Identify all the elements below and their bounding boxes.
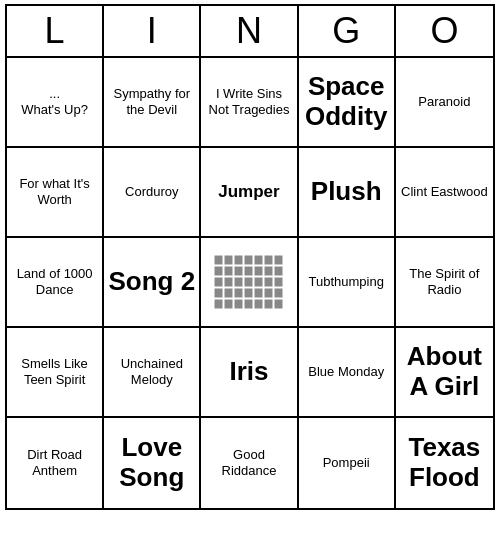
svg-rect-3 xyxy=(244,255,253,265)
header-letter-g: G xyxy=(299,6,396,56)
cell-text-4: Paranoid xyxy=(418,94,470,110)
header-letter-n: N xyxy=(201,6,298,56)
bingo-cell-6: Corduroy xyxy=(104,148,201,238)
bingo-cell-20: Dirt Road Anthem xyxy=(7,418,104,508)
cell-text-10: Land of 1000 Dance xyxy=(11,266,98,297)
svg-rect-14 xyxy=(214,277,223,287)
bingo-cell-4: Paranoid xyxy=(396,58,493,148)
bingo-cell-15: Smells Like Teen Spirit xyxy=(7,328,104,418)
bingo-cell-0: ...What's Up? xyxy=(7,58,104,148)
cell-text-15: Smells Like Teen Spirit xyxy=(11,356,98,387)
header-letter-o: O xyxy=(396,6,493,56)
svg-rect-16 xyxy=(234,277,243,287)
bingo-grid: ...What's Up?Sympathy for the DevilI Wri… xyxy=(5,56,495,510)
svg-rect-2 xyxy=(234,255,243,265)
bingo-cell-11: Song 2 xyxy=(104,238,201,328)
bingo-cell-18: Blue Monday xyxy=(299,328,396,418)
header-letter-i: I xyxy=(104,6,201,56)
svg-rect-26 xyxy=(264,288,273,298)
bingo-header: LINGO xyxy=(5,4,495,56)
cell-text-2: I Write Sins Not Tragedies xyxy=(205,86,292,117)
cell-text-13: Tubthumping xyxy=(308,274,383,290)
free-space-image xyxy=(214,255,284,310)
svg-rect-18 xyxy=(254,277,263,287)
cell-text-6: Corduroy xyxy=(125,184,178,200)
svg-rect-6 xyxy=(274,255,283,265)
cell-text-24: Texas Flood xyxy=(400,433,489,493)
bingo-cell-21: Love Song xyxy=(104,418,201,508)
bingo-cell-14: The Spirit of Radio xyxy=(396,238,493,328)
cell-text-11: Song 2 xyxy=(108,267,195,297)
cell-text-23: Pompeii xyxy=(323,455,370,471)
bingo-cell-1: Sympathy for the Devil xyxy=(104,58,201,148)
svg-rect-30 xyxy=(234,299,243,309)
svg-rect-25 xyxy=(254,288,263,298)
bingo-cell-19: About A Girl xyxy=(396,328,493,418)
svg-rect-9 xyxy=(234,266,243,276)
svg-rect-1 xyxy=(224,255,233,265)
svg-rect-31 xyxy=(244,299,253,309)
cell-text-14: The Spirit of Radio xyxy=(400,266,489,297)
cell-text-21: Love Song xyxy=(108,433,195,493)
svg-rect-19 xyxy=(264,277,273,287)
cell-text-3: Space Oddity xyxy=(303,72,390,132)
svg-rect-7 xyxy=(214,266,223,276)
cell-text-5: For what It's Worth xyxy=(11,176,98,207)
svg-rect-29 xyxy=(224,299,233,309)
bingo-cell-5: For what It's Worth xyxy=(7,148,104,238)
svg-rect-34 xyxy=(274,299,283,309)
bingo-cell-2: I Write Sins Not Tragedies xyxy=(201,58,298,148)
cell-text-7: Jumper xyxy=(218,182,279,202)
svg-rect-20 xyxy=(274,277,283,287)
svg-rect-0 xyxy=(214,255,223,265)
svg-rect-22 xyxy=(224,288,233,298)
svg-rect-8 xyxy=(224,266,233,276)
bingo-card: LINGO ...What's Up?Sympathy for the Devi… xyxy=(5,4,495,510)
svg-rect-4 xyxy=(254,255,263,265)
svg-rect-15 xyxy=(224,277,233,287)
svg-rect-13 xyxy=(274,266,283,276)
header-letter-l: L xyxy=(7,6,104,56)
bingo-cell-10: Land of 1000 Dance xyxy=(7,238,104,328)
svg-rect-21 xyxy=(214,288,223,298)
svg-rect-32 xyxy=(254,299,263,309)
svg-rect-12 xyxy=(264,266,273,276)
bingo-cell-3: Space Oddity xyxy=(299,58,396,148)
svg-rect-28 xyxy=(214,299,223,309)
svg-rect-23 xyxy=(234,288,243,298)
bingo-cell-17: Iris xyxy=(201,328,298,418)
svg-rect-33 xyxy=(264,299,273,309)
svg-rect-24 xyxy=(244,288,253,298)
cell-text-9: Clint Eastwood xyxy=(401,184,488,200)
cell-text-0: ...What's Up? xyxy=(21,86,88,117)
bingo-cell-22: Good Riddance xyxy=(201,418,298,508)
bingo-cell-7: Jumper xyxy=(201,148,298,238)
bingo-cell-8: Plush xyxy=(299,148,396,238)
cell-text-19: About A Girl xyxy=(400,342,489,402)
svg-rect-10 xyxy=(244,266,253,276)
cell-text-22: Good Riddance xyxy=(205,447,292,478)
cell-text-17: Iris xyxy=(229,357,268,387)
bingo-cell-9: Clint Eastwood xyxy=(396,148,493,238)
cell-text-8: Plush xyxy=(311,177,382,207)
bingo-cell-23: Pompeii xyxy=(299,418,396,508)
cell-text-18: Blue Monday xyxy=(308,364,384,380)
bingo-cell-24: Texas Flood xyxy=(396,418,493,508)
bingo-cell-12 xyxy=(201,238,298,328)
svg-rect-17 xyxy=(244,277,253,287)
cell-text-16: Unchained Melody xyxy=(108,356,195,387)
svg-rect-5 xyxy=(264,255,273,265)
bingo-cell-16: Unchained Melody xyxy=(104,328,201,418)
cell-text-20: Dirt Road Anthem xyxy=(11,447,98,478)
svg-rect-11 xyxy=(254,266,263,276)
svg-rect-27 xyxy=(274,288,283,298)
cell-text-1: Sympathy for the Devil xyxy=(108,86,195,117)
bingo-cell-13: Tubthumping xyxy=(299,238,396,328)
